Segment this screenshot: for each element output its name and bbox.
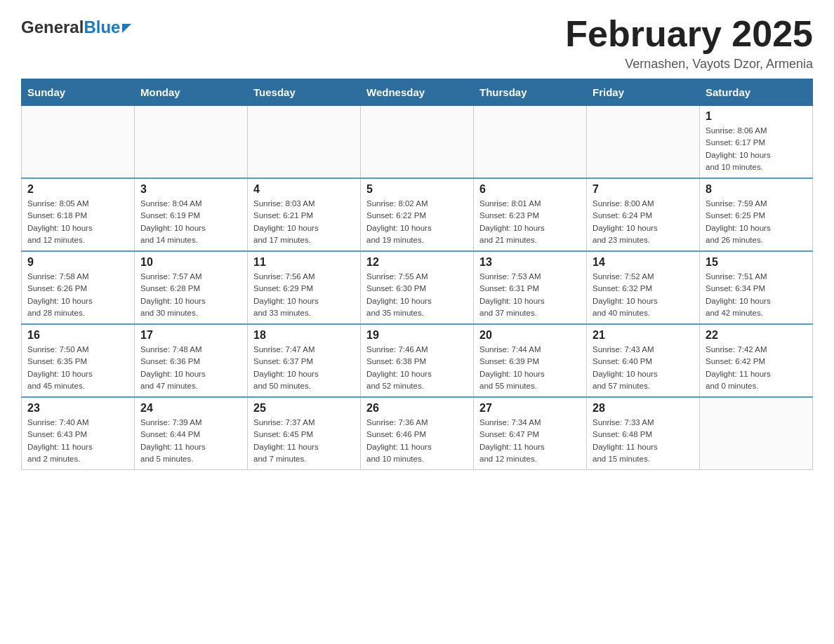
calendar-day-cell: 1Sunrise: 8:06 AMSunset: 6:17 PMDaylight… <box>700 106 813 179</box>
day-info-line: Daylight: 11 hours <box>479 443 545 451</box>
day-info: Sunrise: 7:36 AMSunset: 6:46 PMDaylight:… <box>366 417 468 465</box>
calendar-day-cell: 2Sunrise: 8:05 AMSunset: 6:18 PMDaylight… <box>22 178 135 251</box>
day-info-line: Sunset: 6:46 PM <box>366 430 426 438</box>
day-info: Sunrise: 8:03 AMSunset: 6:21 PMDaylight:… <box>253 198 355 246</box>
calendar-header-row: SundayMondayTuesdayWednesdayThursdayFrid… <box>22 79 813 106</box>
calendar-day-cell <box>135 106 248 179</box>
day-number: 21 <box>593 329 694 342</box>
day-info-line: Sunrise: 7:40 AM <box>27 418 89 427</box>
day-info-line: Sunrise: 7:34 AM <box>479 418 541 427</box>
day-info-line: Daylight: 10 hours <box>140 370 206 378</box>
day-info: Sunrise: 7:52 AMSunset: 6:32 PMDaylight:… <box>593 271 694 319</box>
day-info-line: Sunset: 6:36 PM <box>140 357 200 365</box>
calendar-day-header: Friday <box>587 79 700 106</box>
day-info-line: and 10 minutes. <box>366 455 424 463</box>
day-info-line: Sunset: 6:22 PM <box>366 211 426 220</box>
calendar-week-row: 23Sunrise: 7:40 AMSunset: 6:43 PMDayligh… <box>22 397 813 470</box>
day-info-line: Sunrise: 7:36 AM <box>366 418 428 427</box>
day-number: 15 <box>706 256 807 269</box>
day-info: Sunrise: 8:02 AMSunset: 6:22 PMDaylight:… <box>366 198 468 246</box>
day-info-line: Sunrise: 7:47 AM <box>253 345 315 354</box>
calendar-day-cell: 10Sunrise: 7:57 AMSunset: 6:28 PMDayligh… <box>135 251 248 324</box>
day-info-line: Daylight: 11 hours <box>27 443 93 451</box>
day-info-line: Daylight: 11 hours <box>706 370 771 378</box>
calendar-day-cell <box>587 106 700 179</box>
day-info-line: Sunset: 6:24 PM <box>593 211 652 220</box>
calendar-day-cell: 12Sunrise: 7:55 AMSunset: 6:30 PMDayligh… <box>361 251 474 324</box>
day-info: Sunrise: 8:06 AMSunset: 6:17 PMDaylight:… <box>706 125 807 173</box>
calendar-week-row: 9Sunrise: 7:58 AMSunset: 6:26 PMDaylight… <box>22 251 813 324</box>
day-info-line: and 10 minutes. <box>706 163 763 171</box>
day-info-line: and 33 minutes. <box>253 309 311 317</box>
day-info-line: and 28 minutes. <box>27 309 85 317</box>
day-info-line: Sunrise: 8:00 AM <box>593 199 654 208</box>
day-info: Sunrise: 7:55 AMSunset: 6:30 PMDaylight:… <box>366 271 468 319</box>
day-info-line: Sunset: 6:31 PM <box>479 284 539 293</box>
day-number: 10 <box>140 256 241 269</box>
day-info-line: Daylight: 10 hours <box>366 370 432 378</box>
calendar-day-cell: 18Sunrise: 7:47 AMSunset: 6:37 PMDayligh… <box>248 324 361 397</box>
day-number: 13 <box>479 256 581 269</box>
day-info: Sunrise: 7:42 AMSunset: 6:42 PMDaylight:… <box>706 344 807 392</box>
day-info-line: Daylight: 11 hours <box>593 443 658 451</box>
calendar-day-header: Monday <box>135 79 248 106</box>
day-info-line: Daylight: 10 hours <box>366 297 432 305</box>
arrow-icon <box>122 24 131 33</box>
day-info-line: and 50 minutes. <box>253 382 311 390</box>
day-number: 27 <box>479 402 581 415</box>
day-info-line: Sunset: 6:42 PM <box>706 357 765 365</box>
calendar-day-cell: 5Sunrise: 8:02 AMSunset: 6:22 PMDaylight… <box>361 178 474 251</box>
day-number: 1 <box>706 110 807 123</box>
day-number: 8 <box>706 183 807 196</box>
day-info-line: Sunset: 6:25 PM <box>706 211 765 220</box>
day-info-line: and 40 minutes. <box>593 309 650 317</box>
day-info-line: Sunrise: 7:50 AM <box>27 345 89 354</box>
day-info: Sunrise: 7:48 AMSunset: 6:36 PMDaylight:… <box>140 344 241 392</box>
day-number: 14 <box>593 256 694 269</box>
day-info-line: and 26 minutes. <box>706 236 763 244</box>
day-info-line: Sunrise: 7:46 AM <box>366 345 428 354</box>
day-info-line: Sunset: 6:48 PM <box>593 430 652 438</box>
calendar-week-row: 1Sunrise: 8:06 AMSunset: 6:17 PMDaylight… <box>22 106 813 179</box>
day-info-line: Daylight: 10 hours <box>366 224 432 232</box>
calendar-day-cell: 28Sunrise: 7:33 AMSunset: 6:48 PMDayligh… <box>587 397 700 470</box>
day-number: 6 <box>479 183 581 196</box>
day-info-line: Sunset: 6:40 PM <box>593 357 652 365</box>
calendar-day-header: Sunday <box>22 79 135 106</box>
day-info-line: Sunrise: 8:04 AM <box>140 199 202 208</box>
day-info-line: Sunset: 6:32 PM <box>593 284 652 293</box>
day-info-line: Sunset: 6:19 PM <box>140 211 200 220</box>
calendar-day-cell: 8Sunrise: 7:59 AMSunset: 6:25 PMDaylight… <box>700 178 813 251</box>
day-info-line: Sunrise: 7:59 AM <box>706 199 767 208</box>
day-info-line: and 57 minutes. <box>593 382 650 390</box>
day-info-line: Daylight: 11 hours <box>366 443 432 451</box>
day-info-line: Sunrise: 7:53 AM <box>479 272 541 281</box>
calendar-day-cell: 15Sunrise: 7:51 AMSunset: 6:34 PMDayligh… <box>700 251 813 324</box>
calendar-table: SundayMondayTuesdayWednesdayThursdayFrid… <box>21 79 813 470</box>
day-number: 4 <box>253 183 355 196</box>
calendar-day-cell: 14Sunrise: 7:52 AMSunset: 6:32 PMDayligh… <box>587 251 700 324</box>
day-info-line: and 2 minutes. <box>27 455 80 463</box>
calendar-day-cell: 9Sunrise: 7:58 AMSunset: 6:26 PMDaylight… <box>22 251 135 324</box>
day-info-line: Sunset: 6:17 PM <box>706 138 765 147</box>
day-info-line: and 30 minutes. <box>140 309 198 317</box>
day-info: Sunrise: 7:51 AMSunset: 6:34 PMDaylight:… <box>706 271 807 319</box>
day-info: Sunrise: 8:05 AMSunset: 6:18 PMDaylight:… <box>27 198 128 246</box>
calendar-day-cell: 23Sunrise: 7:40 AMSunset: 6:43 PMDayligh… <box>22 397 135 470</box>
day-number: 18 <box>253 329 355 342</box>
day-info-line: Daylight: 10 hours <box>479 297 545 305</box>
day-info-line: Sunset: 6:34 PM <box>706 284 765 293</box>
day-info-line: Sunrise: 8:05 AM <box>27 199 89 208</box>
day-number: 3 <box>140 183 241 196</box>
calendar-day-cell <box>22 106 135 179</box>
day-info-line: Daylight: 11 hours <box>140 443 206 451</box>
day-info-line: Daylight: 10 hours <box>706 224 771 232</box>
day-info-line: Daylight: 10 hours <box>479 224 545 232</box>
calendar-day-cell: 16Sunrise: 7:50 AMSunset: 6:35 PMDayligh… <box>22 324 135 397</box>
day-info: Sunrise: 7:50 AMSunset: 6:35 PMDaylight:… <box>27 344 128 392</box>
calendar-day-cell: 3Sunrise: 8:04 AMSunset: 6:19 PMDaylight… <box>135 178 248 251</box>
day-info-line: Daylight: 10 hours <box>140 297 206 305</box>
day-info-line: Sunrise: 7:42 AM <box>706 345 767 354</box>
day-info-line: and 7 minutes. <box>253 455 306 463</box>
day-info-line: Daylight: 10 hours <box>479 370 545 378</box>
